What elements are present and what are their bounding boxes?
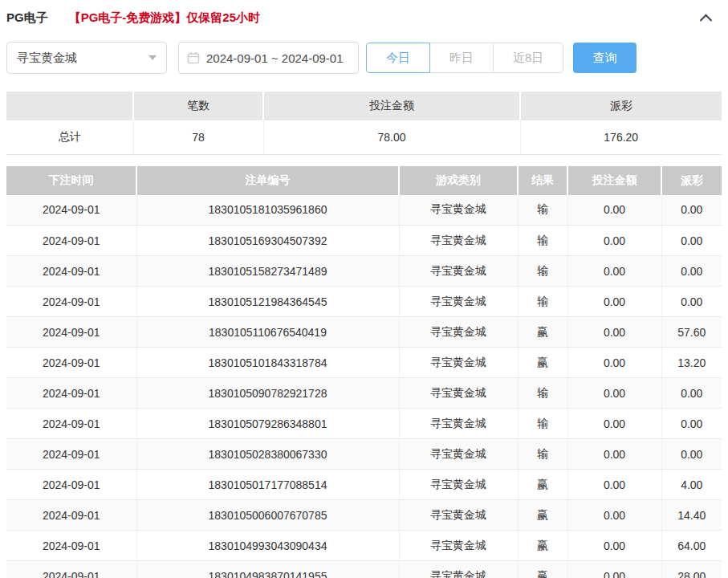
table-cell: 0.00 — [567, 348, 661, 378]
table-cell: 赢 — [518, 561, 567, 578]
table-row: 2024-09-011830105017177088514寻宝黄金城赢0.004… — [6, 470, 722, 500]
table-cell: 1830105079286348801 — [136, 409, 399, 439]
records-column-header: 投注金额 — [567, 166, 661, 195]
quick-button-1[interactable]: 昨日 — [429, 43, 494, 73]
table-cell: 输 — [518, 256, 567, 287]
table-cell: 2024-09-01 — [6, 195, 136, 226]
table-cell: 寻宝黄金城 — [399, 287, 518, 317]
table-cell: 寻宝黄金城 — [399, 500, 518, 531]
chevron-up-icon — [699, 14, 712, 26]
records-table: 下注时间注单编号游戏类别结果投注金额派彩 2024-09-01183010518… — [6, 166, 722, 578]
table-cell: 输 — [518, 226, 567, 256]
table-cell: 1830104983870141955 — [136, 561, 399, 578]
table-cell: 14.40 — [661, 500, 722, 531]
table-cell: 2024-09-01 — [6, 500, 136, 531]
table-cell: 0.00 — [567, 317, 661, 348]
table-cell: 28.00 — [661, 561, 722, 578]
records-header-row: 下注时间注单编号游戏类别结果投注金额派彩 — [6, 166, 722, 195]
table-cell: 1830105121984364545 — [136, 287, 399, 317]
table-row: 2024-09-011830105101843318784寻宝黄金城赢0.001… — [6, 348, 722, 378]
summary-cell: 78.00 — [263, 120, 520, 154]
table-row: 2024-09-011830105158273471489寻宝黄金城输0.000… — [6, 256, 722, 287]
table-cell: 2024-09-01 — [6, 378, 136, 409]
table-cell: 1830105028380067330 — [136, 439, 399, 470]
quick-date-buttons: 今日昨日近8日 — [366, 43, 563, 73]
table-cell: 0.00 — [567, 287, 661, 317]
game-select-value: 寻宝黄金城 — [17, 51, 77, 66]
table-cell: 0.00 — [567, 409, 661, 439]
table-cell: 1830105158273471489 — [136, 256, 399, 287]
table-cell: 1830105169304507392 — [136, 226, 399, 256]
table-cell: 输 — [518, 409, 567, 439]
table-cell: 0.00 — [661, 195, 722, 226]
caret-down-icon — [148, 55, 157, 60]
summary-cell: 176.20 — [520, 120, 722, 154]
table-cell: 0.00 — [567, 378, 661, 409]
records-body: 2024-09-011830105181035961860寻宝黄金城输0.000… — [6, 195, 722, 578]
betting-records-panel: PG电子 【PG电子-免费游戏】仅保留25小时 寻宝黄金城 2024-09-01… — [0, 0, 728, 578]
records-column-header: 注单编号 — [136, 166, 399, 195]
table-cell: 2024-09-01 — [6, 226, 136, 256]
summary-cell: 78 — [133, 120, 263, 154]
table-cell: 1830105017177088514 — [136, 470, 399, 500]
table-row: 2024-09-011830105090782921728寻宝黄金城输0.000… — [6, 378, 722, 409]
table-cell: 1830105110676540419 — [136, 317, 399, 348]
quick-button-2[interactable]: 近8日 — [493, 43, 563, 73]
calendar-icon — [187, 51, 200, 64]
table-cell: 2024-09-01 — [6, 561, 136, 578]
table-cell: 寻宝黄金城 — [399, 226, 518, 256]
table-cell: 2024-09-01 — [6, 439, 136, 470]
quick-button-0[interactable]: 今日 — [366, 43, 430, 73]
table-cell: 0.00 — [567, 226, 661, 256]
table-row: 2024-09-011830105079286348801寻宝黄金城输0.000… — [6, 409, 722, 439]
table-row: 2024-09-011830105028380067330寻宝黄金城输0.000… — [6, 439, 722, 470]
table-row: 2024-09-011830105121984364545寻宝黄金城输0.000… — [6, 287, 722, 317]
summary-table: 笔数投注金额派彩 总计7878.00176.20 — [6, 92, 722, 155]
table-row: 2024-09-011830105006007670785寻宝黄金城赢0.001… — [6, 500, 722, 531]
table-cell: 寻宝黄金城 — [399, 256, 518, 287]
table-cell: 64.00 — [661, 531, 722, 561]
table-cell: 寻宝黄金城 — [399, 317, 518, 348]
table-cell: 1830105006007670785 — [136, 500, 399, 531]
table-cell: 0.00 — [567, 195, 661, 226]
table-cell: 寻宝黄金城 — [399, 409, 518, 439]
table-cell: 2024-09-01 — [6, 317, 136, 348]
table-cell: 输 — [518, 287, 567, 317]
page-title: PG电子 — [6, 10, 48, 26]
table-cell: 0.00 — [567, 561, 661, 578]
table-cell: 寻宝黄金城 — [399, 439, 518, 470]
table-cell: 2024-09-01 — [6, 409, 136, 439]
table-cell: 0.00 — [661, 287, 722, 317]
table-cell: 寻宝黄金城 — [399, 561, 518, 578]
collapse-button[interactable] — [696, 8, 715, 27]
table-cell: 输 — [518, 195, 567, 226]
table-cell: 寻宝黄金城 — [399, 348, 518, 378]
table-cell: 2024-09-01 — [6, 348, 136, 378]
notice-text: 【PG电子-免费游戏】仅保留25小时 — [69, 10, 260, 26]
table-cell: 1830104993043090434 — [136, 531, 399, 561]
table-cell: 寻宝黄金城 — [399, 531, 518, 561]
date-range-value: 2024-09-01 ~ 2024-09-01 — [206, 51, 344, 65]
table-cell: 赢 — [518, 317, 567, 348]
table-cell: 0.00 — [661, 256, 722, 287]
summary-column-header: 投注金额 — [263, 92, 520, 120]
table-cell: 0.00 — [567, 470, 661, 500]
table-cell: 赢 — [518, 470, 567, 500]
table-cell: 0.00 — [661, 226, 722, 256]
table-cell: 57.60 — [661, 317, 722, 348]
summary-cell: 总计 — [6, 120, 133, 154]
table-cell: 13.20 — [661, 348, 722, 378]
table-cell: 赢 — [518, 500, 567, 531]
table-cell: 寻宝黄金城 — [399, 378, 518, 409]
table-cell: 1830105090782921728 — [136, 378, 399, 409]
panel-header: PG电子 【PG电子-免费游戏】仅保留25小时 — [6, 8, 722, 27]
date-range-picker[interactable]: 2024-09-01 ~ 2024-09-01 — [178, 42, 359, 74]
table-cell: 输 — [518, 439, 567, 470]
table-row: 2024-09-011830104993043090434寻宝黄金城赢0.006… — [6, 531, 722, 561]
query-button[interactable]: 查询 — [573, 43, 636, 73]
summary-column-header — [6, 92, 133, 120]
game-select[interactable]: 寻宝黄金城 — [6, 42, 167, 74]
table-cell: 0.00 — [567, 500, 661, 531]
table-row: 2024-09-011830104983870141955寻宝黄金城赢0.002… — [6, 561, 722, 578]
table-cell: 2024-09-01 — [6, 531, 136, 561]
